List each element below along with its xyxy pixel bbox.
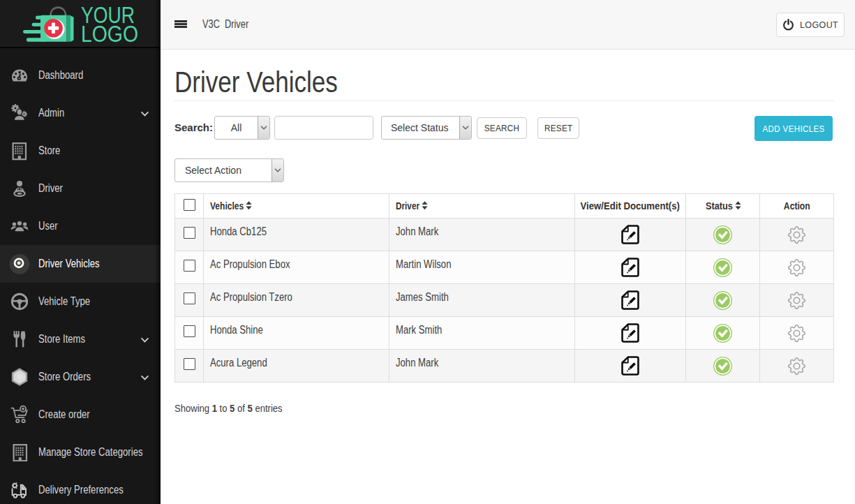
svg-text:LOGO: LOGO xyxy=(81,21,138,47)
